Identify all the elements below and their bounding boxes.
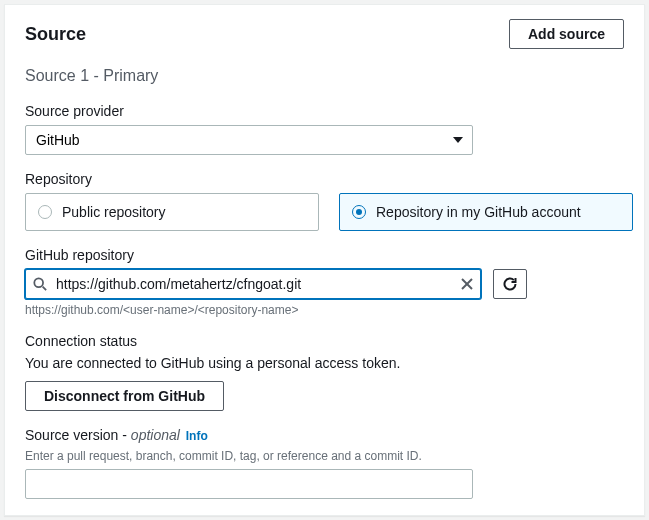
github-repo-input-wrap: [25, 269, 481, 299]
disconnect-github-button[interactable]: Disconnect from GitHub: [25, 381, 224, 411]
section-title: Source 1 - Primary: [25, 67, 624, 85]
label-github-repository: GitHub repository: [25, 247, 624, 263]
info-link[interactable]: Info: [186, 429, 208, 443]
source-version-input[interactable]: [25, 469, 473, 499]
connection-status-text: You are connected to GitHub using a pers…: [25, 355, 624, 371]
field-repository: Repository Public repository Repository …: [25, 171, 624, 231]
tile-public-repository[interactable]: Public repository: [25, 193, 319, 231]
field-github-repository: GitHub repository: [25, 247, 624, 317]
radio-icon: [352, 205, 366, 219]
tile-my-github-account[interactable]: Repository in my GitHub account: [339, 193, 633, 231]
github-repo-input[interactable]: [25, 269, 481, 299]
panel-body: Source 1 - Primary Source provider GitHu…: [5, 61, 644, 515]
source-provider-value[interactable]: GitHub: [25, 125, 473, 155]
panel-header: Source Add source: [5, 5, 644, 61]
source-provider-select[interactable]: GitHub: [25, 125, 473, 155]
field-connection-status: Connection status You are connected to G…: [25, 333, 624, 411]
clear-input-icon[interactable]: [461, 278, 473, 290]
refresh-button[interactable]: [493, 269, 527, 299]
label-repository: Repository: [25, 171, 624, 187]
field-source-provider: Source provider GitHub: [25, 103, 624, 155]
label-source-provider: Source provider: [25, 103, 624, 119]
radio-icon: [38, 205, 52, 219]
label-source-version: Source version - optional Info: [25, 427, 624, 443]
tile-label: Repository in my GitHub account: [376, 204, 581, 220]
panel-title: Source: [25, 24, 86, 45]
label-text: Source version: [25, 427, 118, 443]
tile-label: Public repository: [62, 204, 166, 220]
source-version-hint: Enter a pull request, branch, commit ID,…: [25, 449, 624, 463]
source-panel: Source Add source Source 1 - Primary Sou…: [4, 4, 645, 516]
field-source-version: Source version - optional Info Enter a p…: [25, 427, 624, 499]
github-repo-hint: https://github.com/<user-name>/<reposito…: [25, 303, 624, 317]
optional-text: optional: [131, 427, 180, 443]
label-connection-status: Connection status: [25, 333, 624, 349]
repository-options: Public repository Repository in my GitHu…: [25, 193, 633, 231]
add-source-button[interactable]: Add source: [509, 19, 624, 49]
